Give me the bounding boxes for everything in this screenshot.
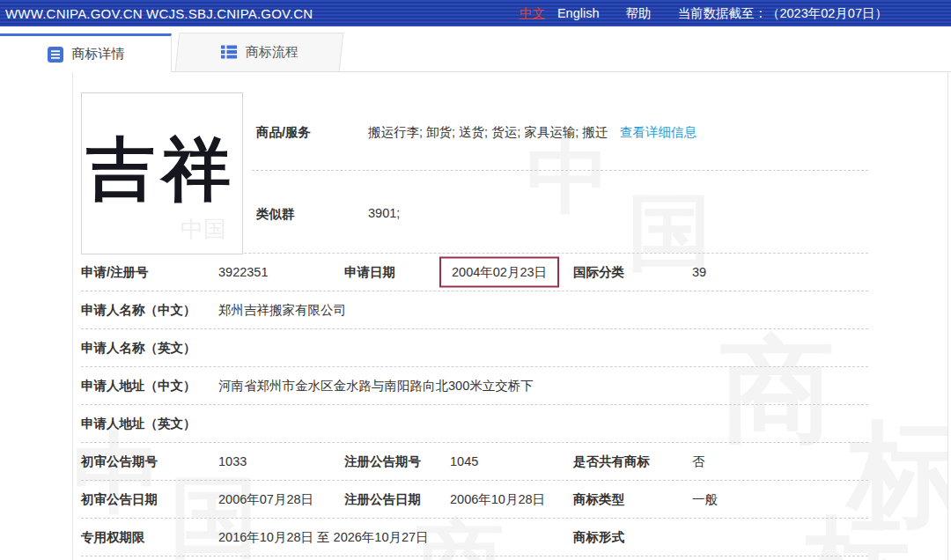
similar-group-label: 类似群 <box>256 206 295 223</box>
trademark-image: 吉祥 中国 <box>81 92 243 254</box>
trademark-detail-table: 申请/注册号 3922351 申请日期 2004年02月23日 国际分类 39 … <box>81 253 868 556</box>
similar-group-value: 3901; <box>368 206 400 220</box>
trademark-image-watermark: 中国 <box>181 214 226 245</box>
applicant-address-cn-label: 申请人地址（中文） <box>81 378 196 394</box>
tab-process-label: 商标流程 <box>246 44 299 61</box>
goods-services-value: 搬运行李; 卸货; 送货; 货运; 家具运输; 搬迁 <box>368 124 608 141</box>
application-date-label: 申请日期 <box>344 264 395 281</box>
exclusive-right-period-value: 2016年10月28日 至 2026年10月27日 <box>218 529 429 546</box>
list-icon <box>220 43 238 61</box>
topbar-links: 中文 English 帮助 当前数据截至：（2023年02月07日） <box>520 5 951 22</box>
applicant-address-en-label: 申请人地址（英文） <box>81 416 196 432</box>
preliminary-gazette-date-label: 初审公告日期 <box>81 491 158 508</box>
applicant-name-en-label: 申请人名称（英文） <box>81 340 196 357</box>
registration-gazette-no-value: 1045 <box>450 454 478 468</box>
application-number-label: 申请/注册号 <box>81 264 149 281</box>
table-row: 初审公告日期 2006年07月28日 注册公告日期 2006年10月28日 商标… <box>81 481 868 519</box>
row-separator <box>252 170 868 171</box>
registration-gazette-date-label: 注册公告日期 <box>344 491 421 508</box>
trademark-type-value: 一般 <box>692 491 718 508</box>
table-row: 申请人地址（中文） 河南省郑州市金水区金水路与南阳路向北300米立交桥下 <box>81 367 868 405</box>
table-row: 专用权期限 2016年10月28日 至 2026年10月27日 商标形式 <box>81 519 868 556</box>
site-urls: WWW.CNIPA.GOV.CN WCJS.SBJ.CNIPA.GOV.CN <box>0 6 313 21</box>
tab-trademark-process[interactable]: 商标流程 <box>177 33 342 71</box>
registration-gazette-date-value: 2006年10月28日 <box>450 491 545 508</box>
help-link[interactable]: 帮助 <box>625 5 651 22</box>
goods-services-label: 商品/服务 <box>256 124 311 141</box>
table-row: 申请人地址（英文） <box>81 405 868 443</box>
data-cutoff-date: 当前数据截至：（2023年02月07日） <box>677 5 888 22</box>
applicant-name-cn-label: 申请人名称（中文） <box>81 302 196 319</box>
shared-trademark-value: 否 <box>692 453 705 470</box>
tab-trademark-details[interactable]: 商标详情 <box>0 33 172 72</box>
application-date-value-highlighted: 2004年02月23日 <box>439 257 559 288</box>
international-class-label: 国际分类 <box>573 264 624 281</box>
topbar: WWW.CNIPA.GOV.CN WCJS.SBJ.CNIPA.GOV.CN 中… <box>0 0 951 26</box>
preliminary-gazette-no-value: 1033 <box>218 454 247 468</box>
trademark-type-label: 商标类型 <box>573 491 624 508</box>
international-class-value: 39 <box>692 265 706 279</box>
lang-english-link[interactable]: English <box>557 6 600 20</box>
preliminary-gazette-date-value: 2006年07月28日 <box>218 491 313 508</box>
lang-chinese-link[interactable]: 中文 <box>520 5 545 22</box>
exclusive-right-period-label: 专用权期限 <box>81 529 145 546</box>
trademark-summary-section: 吉祥 中国 商品/服务 搬运行李; 卸货; 送货; 货运; 家具运输; 搬迁 查… <box>73 72 947 253</box>
table-row: 初审公告期号 1033 注册公告期号 1045 是否共有商标 否 <box>81 443 868 481</box>
shared-trademark-label: 是否共有商标 <box>573 453 650 470</box>
trademark-calligraphy-text: 吉祥 <box>86 124 238 217</box>
trademark-form-label: 商标形式 <box>573 529 624 546</box>
document-lines-icon <box>47 46 64 63</box>
applicant-address-cn-value: 河南省郑州市金水区金水路与南阳路向北300米立交桥下 <box>218 378 534 394</box>
applicant-name-cn-value: 郑州吉祥搬家有限公司 <box>218 302 346 319</box>
application-number-value: 3922351 <box>218 265 268 279</box>
table-row: 申请人名称（英文） <box>81 329 868 367</box>
table-row: 申请人名称（中文） 郑州吉祥搬家有限公司 <box>81 291 868 329</box>
table-row: 申请/注册号 3922351 申请日期 2004年02月23日 国际分类 39 <box>81 254 868 291</box>
tab-details-label: 商标详情 <box>72 46 125 63</box>
registration-gazette-no-label: 注册公告期号 <box>344 453 421 470</box>
preliminary-gazette-no-label: 初审公告期号 <box>81 453 158 470</box>
view-details-link[interactable]: 查看详细信息 <box>620 124 697 141</box>
tab-bar: 商标详情 商标流程 <box>0 26 951 72</box>
trademark-detail-panel: 中 国 商 标 中 国 标 商 吉祥 中国 商品/服务 搬运行李; 卸货; 送货… <box>72 72 948 560</box>
